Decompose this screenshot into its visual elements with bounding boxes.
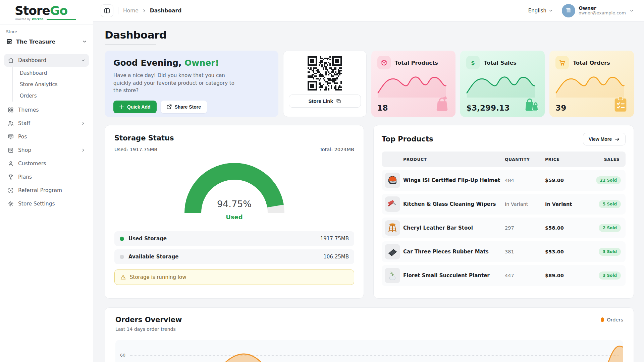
used-storage-label: Used Storage — [128, 236, 320, 242]
sales-badge: 3 Sold — [599, 248, 621, 256]
gauge-caption: Used — [184, 214, 285, 221]
cart-icon — [558, 59, 566, 66]
available-storage-value: 106.25MB — [323, 254, 349, 260]
sidebar-nav: Dashboard Dashboard Store Analytics Orde… — [0, 49, 93, 216]
store-link-button[interactable]: Store Link — [289, 95, 361, 108]
dollar-icon: $ — [469, 59, 477, 66]
sidebar-item-themes[interactable]: Themes — [4, 104, 89, 116]
sidebar-subitem-dashboard[interactable]: Dashboard — [13, 67, 89, 79]
breadcrumb-home[interactable]: Home — [123, 8, 139, 14]
storage-status-card: Storage Status Used: 1917.75MB Total: 20… — [105, 125, 364, 299]
stat-head: $ Total Sales — [466, 56, 539, 69]
sidebar: StoreGo Powered By Workdo Store The Trea… — [0, 0, 93, 362]
user-menu[interactable]: Owner owner@example.com — [562, 4, 634, 17]
staff-icon — [7, 120, 14, 127]
stat-card-total-products: Total Products 18 — [371, 51, 456, 117]
storage-warning: Storage is running low — [114, 269, 354, 285]
helmet-image — [387, 175, 398, 186]
sidebar-item-label: Themes — [18, 107, 86, 113]
store-selector[interactable]: The Treasure — [6, 38, 87, 45]
orders-chart: 60 — [115, 340, 623, 362]
view-more-label: View More — [589, 136, 612, 142]
sidebar-subitem-orders[interactable]: Orders — [13, 90, 89, 102]
product-row[interactable]: Floret Small Succulent Planter 447 $89.0… — [382, 265, 626, 286]
store-section: Store The Treasure — [0, 24, 93, 49]
sidebar-item-dashboard[interactable]: Dashboard — [4, 54, 89, 67]
panel-toggle-icon — [104, 7, 110, 14]
chevron-down-icon — [81, 58, 86, 63]
product-sales: 3 Sold — [589, 248, 626, 256]
customers-icon — [7, 160, 14, 167]
col-sales: SALES — [589, 157, 626, 162]
bar-stool-image — [387, 222, 398, 234]
greeting-card: Good Evening, Owner! Have a nice day! Di… — [105, 51, 278, 117]
shop-icon — [7, 147, 14, 154]
product-row[interactable]: Car Three Pieces Rubber Mats 381 $53.00 … — [382, 241, 626, 262]
wiper-image — [387, 198, 398, 210]
stat-label: Total Products — [395, 60, 438, 66]
external-link-icon — [167, 104, 172, 109]
stat-icon-chip — [555, 56, 569, 69]
bag-watermark-icon — [433, 96, 451, 113]
product-thumbnail — [385, 173, 400, 188]
sidebar-subitem-store-analytics[interactable]: Store Analytics — [13, 79, 89, 90]
orders-legend[interactable]: Orders — [601, 317, 623, 322]
sidebar-item-label: Store Settings — [18, 201, 86, 207]
store-section-label: Store — [6, 29, 87, 34]
used-storage-row: Used Storage 1917.75MB — [114, 231, 354, 246]
sidebar-item-referral-program[interactable]: Referral Program — [4, 184, 89, 197]
middle-row: Storage Status Used: 1917.75MB Total: 20… — [105, 125, 634, 299]
share-store-button[interactable]: Share Store — [161, 101, 207, 113]
breadcrumb: Home Dashboard — [123, 8, 181, 14]
brand-name-primary: Store — [15, 4, 50, 17]
sidebar-item-staff[interactable]: Staff — [4, 117, 89, 130]
product-thumbnail — [385, 220, 400, 236]
language-label: English — [528, 8, 546, 14]
sidebar-item-store-settings[interactable]: Store Settings — [4, 197, 89, 210]
stat-card-total-sales: $ Total Sales $3,299.13 — [460, 51, 545, 117]
sidebar-item-customers[interactable]: Customers — [4, 157, 89, 170]
product-sales: 22 Sold — [589, 176, 626, 184]
quick-add-button[interactable]: Quick Add — [113, 101, 157, 113]
legend-label: Orders — [607, 317, 623, 322]
sidebar-item-pos[interactable]: Pos — [4, 130, 89, 143]
sidebar-toggle-button[interactable] — [101, 4, 113, 17]
product-quantity: 381 — [505, 249, 545, 254]
products-sparkline — [376, 71, 448, 98]
view-more-button[interactable]: View More — [583, 133, 626, 145]
product-thumbnail — [385, 268, 400, 283]
breadcrumb-separator-icon — [142, 8, 147, 13]
product-thumbnail — [385, 244, 400, 259]
brand-logo[interactable]: StoreGo Powered By Workdo — [0, 0, 93, 24]
stat-card-total-orders: Total Orders 39 — [549, 51, 634, 117]
sidebar-item-label: Customers — [18, 161, 86, 167]
storage-subheader: Used: 1917.75MB Total: 2024MB — [114, 147, 354, 152]
product-row[interactable]: Kitchen & Glass Cleaning Wipers In Varia… — [382, 194, 626, 215]
sidebar-item-shop[interactable]: Shop — [4, 144, 89, 157]
top-bar: Home Dashboard English Owner owner@examp… — [93, 0, 644, 21]
greeting-actions: Quick Add Share Store — [113, 101, 270, 113]
tagline-brand: Workdo — [32, 18, 44, 21]
plans-icon — [7, 174, 14, 180]
product-sales: 3 Sold — [589, 272, 626, 280]
language-selector[interactable]: English — [528, 8, 553, 14]
product-sales: 2 Sold — [589, 224, 626, 232]
rubber-mat-image — [387, 246, 398, 257]
used-storage-dot — [120, 237, 124, 241]
product-quantity: 447 — [505, 273, 545, 278]
chevron-right-icon — [81, 121, 86, 126]
sidebar-item-label: Plans — [18, 174, 86, 180]
storage-warning-text: Storage is running low — [130, 274, 186, 280]
stat-value: 18 — [377, 104, 388, 112]
product-price: $89.00 — [545, 273, 589, 278]
arrow-right-icon — [615, 137, 620, 142]
svg-text:$: $ — [471, 60, 475, 66]
product-sales: 5 Sold — [589, 200, 626, 208]
greeting-title: Good Evening, Owner! — [113, 58, 270, 68]
product-row[interactable]: Cheryl Leather Bar Stool 297 $58.00 2 So… — [382, 218, 626, 238]
sidebar-item-label: Dashboard — [18, 57, 77, 63]
sidebar-item-plans[interactable]: Plans — [4, 171, 89, 183]
product-row[interactable]: Wings ISI Certified Flip-Up Helmet 484 $… — [382, 170, 626, 191]
chevron-right-icon — [81, 148, 86, 153]
brand-name-secondary: Go — [50, 4, 67, 17]
